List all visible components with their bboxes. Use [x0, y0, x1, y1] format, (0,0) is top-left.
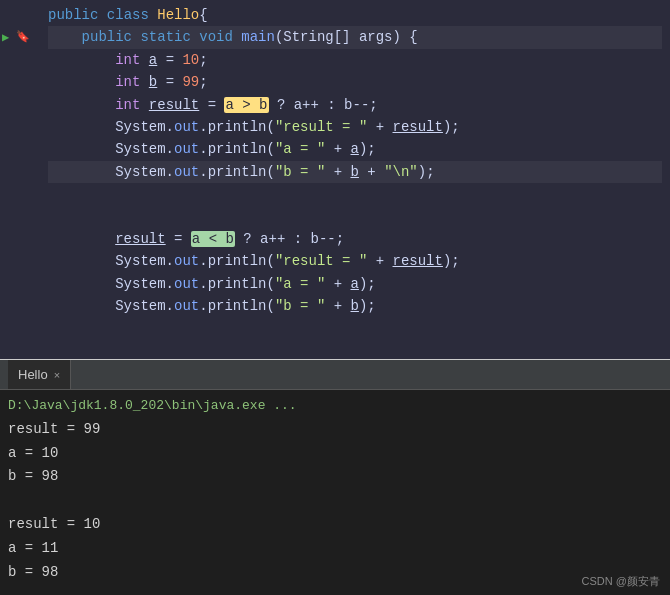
run-arrow-icon[interactable]: ▶: [2, 30, 9, 45]
console-tab-label: Hello: [18, 367, 48, 382]
console-output-line-6: a = 11: [8, 537, 662, 561]
line-3: int a = 10;: [48, 49, 662, 71]
console-tabs: Hello ×: [0, 360, 670, 390]
line-10: [48, 206, 662, 228]
console-empty-1: [8, 489, 662, 513]
line-9: [48, 183, 662, 205]
bookmark-icon: 🔖: [16, 30, 30, 43]
tab-close-icon[interactable]: ×: [54, 369, 60, 381]
console-output-line-5: result = 10: [8, 513, 662, 537]
line-4: int b = 99;: [48, 71, 662, 93]
console-output: D:\Java\jdk1.8.0_202\bin\java.exe ... re…: [0, 390, 670, 595]
console-output-line-3: b = 98: [8, 465, 662, 489]
code-container: ▶ 🔖 public class Hello{ public static vo…: [0, 0, 670, 359]
line-2: public static void main(String[] args) {: [48, 26, 662, 48]
line-14: System.out.println("b = " + b);: [48, 295, 662, 317]
editor-area: ▶ 🔖 public class Hello{ public static vo…: [0, 0, 670, 360]
console-area: Hello × D:\Java\jdk1.8.0_202\bin\java.ex…: [0, 360, 670, 595]
code-lines: public class Hello{ public static void m…: [40, 0, 670, 359]
line-13: System.out.println("a = " + a);: [48, 273, 662, 295]
console-tab-hello[interactable]: Hello ×: [8, 360, 71, 389]
line-5: int result = a > b ? a++ : b--;: [48, 94, 662, 116]
console-output-line-7: b = 98: [8, 561, 662, 585]
line-7: System.out.println("a = " + a);: [48, 138, 662, 160]
line-11: result = a < b ? a++ : b--;: [48, 228, 662, 250]
console-output-line-2: a = 10: [8, 442, 662, 466]
line-1: public class Hello{: [48, 4, 662, 26]
console-output-line-1: result = 99: [8, 418, 662, 442]
line-8: System.out.println("b = " + b + "\n");: [48, 161, 662, 183]
watermark: CSDN @颜安青: [582, 574, 660, 589]
line-12: System.out.println("result = " + result)…: [48, 250, 662, 272]
line-6: System.out.println("result = " + result)…: [48, 116, 662, 138]
console-path-line: D:\Java\jdk1.8.0_202\bin\java.exe ...: [8, 398, 297, 413]
gutter: ▶ 🔖: [0, 0, 40, 359]
